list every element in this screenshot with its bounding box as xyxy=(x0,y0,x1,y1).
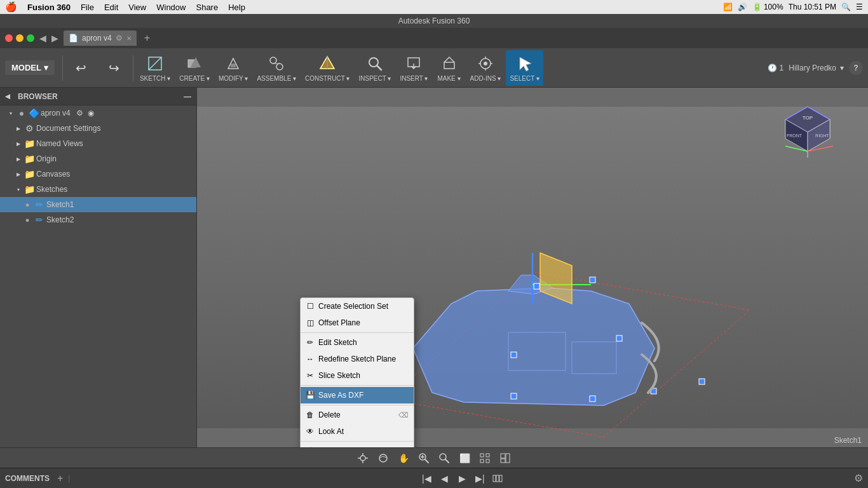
mac-status-right: 📶 🔊 🔋 100% Thu 10:51 PM 🔍 ☰ xyxy=(723,3,863,11)
tree-item-root[interactable]: ▾ ● 🔷 apron v4 ⚙ ◉ xyxy=(0,105,196,121)
display-settings-button[interactable] xyxy=(496,451,514,466)
fit-button[interactable] xyxy=(435,451,453,466)
ctx-hide-profile[interactable]: 💡 Hide Profile xyxy=(301,443,414,447)
fullscreen-window-button[interactable] xyxy=(27,34,34,42)
settings-icon[interactable]: ⚙ xyxy=(76,109,83,118)
app-titlebar: Autodesk Fusion 360 xyxy=(0,14,868,28)
model-dropdown-icon: ▾ xyxy=(44,63,48,72)
svg-point-6 xyxy=(276,64,283,70)
undo-button[interactable]: ↩ xyxy=(65,50,97,86)
menu-view[interactable]: View xyxy=(128,3,146,12)
insert-group-button[interactable]: INSERT ▾ xyxy=(396,50,431,86)
timeline-next-button[interactable]: ▶| xyxy=(472,471,487,486)
eye-icon[interactable]: ● xyxy=(17,108,27,118)
ctx-create-selection-set[interactable]: ☐ Create Selection Set xyxy=(301,298,414,315)
svg-line-11 xyxy=(377,65,381,70)
timeline-play-button[interactable]: ▶ xyxy=(454,471,470,486)
menu-edit[interactable]: Edit xyxy=(104,3,118,12)
bottom-viewport-toolbar: ✋ ⬜ xyxy=(0,447,868,468)
sidebar-title: BROWSER xyxy=(18,92,58,101)
user-menu-button[interactable]: Hillary Predko ▾ xyxy=(789,64,844,72)
timeline-settings-button[interactable]: ⚙ xyxy=(854,472,863,484)
menu-window[interactable]: Window xyxy=(156,3,186,12)
insert-icon xyxy=(403,53,424,74)
select-label: SELECT ▾ xyxy=(510,75,539,82)
menu-icon[interactable]: ☰ xyxy=(856,3,863,11)
redo-button[interactable]: ↪ xyxy=(98,50,130,86)
tree-item-canvases[interactable]: ▶ 📁 Canvases xyxy=(0,166,196,182)
menu-share[interactable]: Share xyxy=(196,3,218,12)
help-button[interactable]: ? xyxy=(849,61,863,75)
tab-icon: 📄 xyxy=(69,34,78,43)
select-group-button[interactable]: SELECT ▾ xyxy=(506,50,543,86)
ctx-slice-sketch[interactable]: ✂ Slice Sketch xyxy=(301,367,414,384)
tab-close-button[interactable]: ✕ xyxy=(126,35,132,42)
hide-profile-icon: 💡 xyxy=(306,447,315,447)
grid-button[interactable] xyxy=(476,451,494,466)
insert-label: INSERT ▾ xyxy=(400,75,428,82)
new-tab-button[interactable]: + xyxy=(144,32,150,44)
create-group-button[interactable]: CREATE ▾ xyxy=(175,50,214,86)
ctx-offset-plane[interactable]: ◫ Offset Plane xyxy=(301,315,414,331)
menu-help[interactable]: Help xyxy=(228,3,245,12)
minimize-window-button[interactable] xyxy=(16,34,24,42)
zoom-button[interactable] xyxy=(415,451,433,466)
nav-back-button[interactable]: ◀ xyxy=(39,33,46,43)
ctx-hide-profile-label: Hide Profile xyxy=(318,447,358,447)
inspect-icon xyxy=(365,53,385,74)
assemble-icon xyxy=(266,53,287,74)
view-cube-button[interactable]: ⬜ xyxy=(456,451,473,466)
modify-group-button[interactable]: MODIFY ▾ xyxy=(215,50,252,86)
selection-set-icon: ☐ xyxy=(306,302,315,311)
tree-arrow-sketches: ▾ xyxy=(15,187,22,193)
toolbar-sep-1 xyxy=(62,55,63,81)
tab-apron-v4[interactable]: 📄 apron v4 ⚙ ✕ xyxy=(64,30,137,46)
sidebar-collapse-button[interactable]: ◀ xyxy=(5,93,10,100)
addins-group-button[interactable]: ADD-INS ▾ xyxy=(466,50,505,86)
eye-sketch1-icon[interactable]: ● xyxy=(22,201,32,208)
tree-item-doc-settings[interactable]: ▶ ⚙ Document Settings xyxy=(0,121,196,136)
tree-item-origin[interactable]: ▶ 📁 Origin xyxy=(0,151,196,166)
sketch-group-button[interactable]: SKETCH ▾ xyxy=(136,50,174,86)
svg-rect-64 xyxy=(501,454,505,458)
svg-line-1 xyxy=(149,57,161,70)
tree-label-sketch2: Sketch2 xyxy=(46,215,74,224)
look-at-icon: 👁 xyxy=(306,427,315,436)
tree-item-sketches[interactable]: ▾ 📁 Sketches xyxy=(0,182,196,197)
viewport[interactable]: TOP FRONT RIGHT ☐ Create Selection Set ◫… xyxy=(197,88,868,447)
move-button[interactable] xyxy=(354,451,372,466)
tree-item-sketch1[interactable]: ● ✏ Sketch1 xyxy=(0,197,196,212)
timeline-prev-button[interactable]: ◀ xyxy=(437,471,452,486)
assemble-group-button[interactable]: ASSEMBLE ▾ xyxy=(253,50,300,86)
timeline-thumbnails-button[interactable] xyxy=(490,471,505,486)
ctx-save-as-dxf[interactable]: 💾 Save As DXF xyxy=(301,387,414,403)
viewport-gizmo[interactable]: TOP FRONT RIGHT xyxy=(779,100,830,151)
construct-group-button[interactable]: CONSTRUCT ▾ xyxy=(301,50,353,86)
svg-rect-37 xyxy=(590,277,595,283)
close-window-button[interactable] xyxy=(5,34,13,42)
orbit-button[interactable] xyxy=(374,451,392,466)
ctx-edit-sketch[interactable]: ✏ Edit Sketch xyxy=(301,334,414,351)
ctx-redefine-label: Redefine Sketch Plane xyxy=(318,355,396,363)
inspect-group-button[interactable]: INSPECT ▾ xyxy=(355,50,395,86)
tree-item-sketch2[interactable]: ● ✏ Sketch2 xyxy=(0,212,196,227)
model-mode-button[interactable]: MODEL ▾ xyxy=(5,60,55,75)
undo-icon: ↩ xyxy=(71,58,92,78)
tab-settings-icon[interactable]: ⚙ xyxy=(116,34,123,43)
menu-file[interactable]: File xyxy=(81,3,94,12)
svg-rect-68 xyxy=(496,475,499,482)
comments-add-button[interactable]: + xyxy=(57,473,63,484)
make-group-button[interactable]: MAKE ▾ xyxy=(433,50,465,86)
ctx-redefine-sketch-plane[interactable]: ↔ Redefine Sketch Plane xyxy=(301,351,414,367)
search-icon[interactable]: 🔍 xyxy=(841,3,851,11)
nav-forward-button[interactable]: ▶ xyxy=(51,33,58,43)
tree-arrow-root: ▾ xyxy=(7,111,15,116)
sidebar-pin-button[interactable]: — xyxy=(184,92,191,101)
timeline-start-button[interactable]: |◀ xyxy=(419,471,434,486)
visibility-toggle-icon[interactable]: ◉ xyxy=(88,109,94,118)
pan-button[interactable]: ✋ xyxy=(395,451,412,466)
ctx-delete[interactable]: 🗑 Delete ⌫ xyxy=(301,407,414,423)
eye-sketch2-icon[interactable]: ● xyxy=(22,216,32,224)
tree-item-named-views[interactable]: ▶ 📁 Named Views xyxy=(0,136,196,151)
ctx-look-at[interactable]: 👁 Look At xyxy=(301,423,414,440)
